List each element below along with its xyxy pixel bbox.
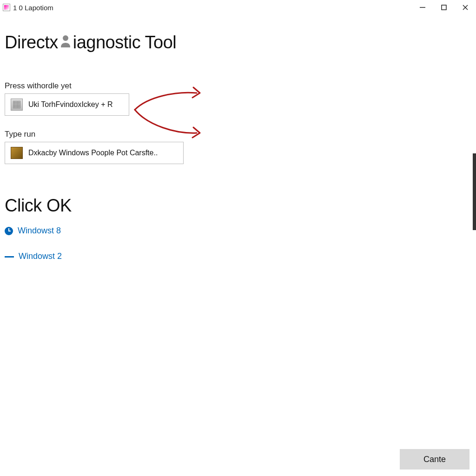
keyboard-icon xyxy=(11,99,23,111)
title-part1: Directx xyxy=(5,33,58,53)
link-item-2[interactable]: Windowst 2 xyxy=(5,251,471,261)
svg-point-4 xyxy=(63,35,68,41)
cante-button-label: Cante xyxy=(423,455,446,464)
link-2-text: Windowst 2 xyxy=(19,251,62,261)
content-area: Directx iagnostic Tool Press withordle y… xyxy=(0,33,476,261)
info-box-2-text: Dxkacby Windows Poople Pot Carsfte.. xyxy=(28,149,158,157)
maximize-button[interactable] xyxy=(433,0,455,15)
window-controls xyxy=(412,0,476,15)
app-tile-icon xyxy=(11,147,23,159)
info-box-2[interactable]: Dxkacby Windows Poople Pot Carsfte.. xyxy=(5,142,184,164)
titlebar: 1 0 Lapotiom xyxy=(0,0,476,15)
click-ok-heading: Click OK xyxy=(5,196,471,216)
minimize-button[interactable] xyxy=(412,0,433,15)
section2-label: Type run xyxy=(5,130,471,139)
titlebar-left: 1 0 Lapotiom xyxy=(3,4,53,12)
arrow-annotation xyxy=(129,83,208,145)
person-icon xyxy=(59,33,72,53)
title-part2: iagnostic Tool xyxy=(73,33,177,53)
close-button[interactable] xyxy=(455,0,476,15)
dash-icon xyxy=(5,256,14,258)
info-box-1[interactable]: Uki TorhFvindoxIckey + R xyxy=(5,93,129,116)
link-1-text: Windowst 8 xyxy=(18,226,61,236)
link-item-1[interactable]: Windowst 8 xyxy=(5,226,471,236)
app-icon xyxy=(3,4,10,11)
page-title: Directx iagnostic Tool xyxy=(5,33,471,53)
info-box-1-text: Uki TorhFvindoxIckey + R xyxy=(28,100,113,109)
cante-button[interactable]: Cante xyxy=(400,449,469,469)
section1-label: Press withordle yet xyxy=(5,81,471,91)
window-title: 1 0 Lapotiom xyxy=(13,4,53,12)
clock-icon xyxy=(5,227,13,235)
svg-rect-1 xyxy=(442,5,446,10)
scrollbar[interactable] xyxy=(473,153,476,230)
